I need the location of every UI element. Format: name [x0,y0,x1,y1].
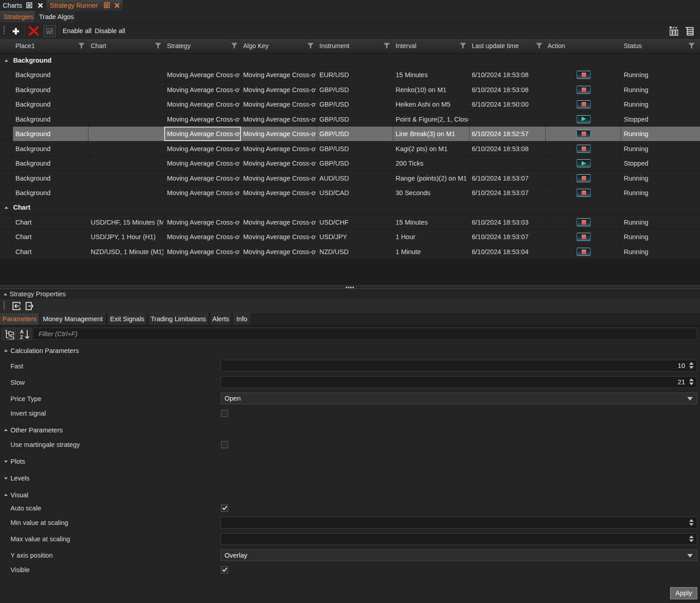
svg-text:Z: Z [20,334,23,340]
svg-text:A: A [20,329,24,334]
